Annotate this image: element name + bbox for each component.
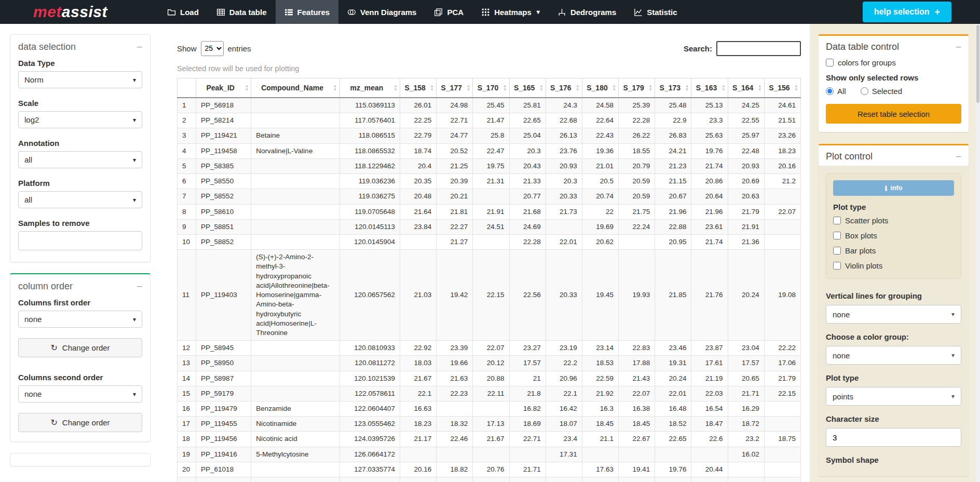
- table-row[interactable]: 10PP_58852120.014590421.2722.2822.0120.6…: [178, 234, 801, 249]
- box-plots-checkbox[interactable]: [833, 232, 841, 239]
- table-row[interactable]: 17PP_119455Nicotinamide123.055546218.231…: [178, 417, 801, 432]
- column-header-s_158[interactable]: S_158▲▼: [400, 78, 437, 98]
- info-button[interactable]: ℹ info: [833, 180, 954, 196]
- table-row[interactable]: 18PP_119456Nicotinic acid124.039572621.1…: [178, 432, 801, 447]
- table-row[interactable]: 14PP_58987120.102153921.6721.6320.882120…: [178, 371, 801, 386]
- table-row[interactable]: 6PP_58550119.03623620.3520.3921.3121.332…: [178, 174, 801, 189]
- scatter-plots-option[interactable]: Scatter plots: [833, 216, 954, 225]
- table-row[interactable]: 8PP_58610119.070564821.6421.8121.9121.68…: [178, 204, 801, 219]
- collapse-minus-icon[interactable]: −: [137, 42, 142, 52]
- value-cell: 22.24: [619, 219, 655, 234]
- columns-second-order-select[interactable]: none ▾: [18, 385, 142, 403]
- nav-tab-pca[interactable]: PCA: [425, 0, 472, 24]
- table-row[interactable]: 2PP_58214117.057640122.2522.7121.4722.65…: [178, 113, 801, 128]
- column-header-s_177[interactable]: S_177▲▼: [437, 78, 473, 98]
- platform-select[interactable]: all ▾: [18, 191, 142, 208]
- collapse-minus-icon[interactable]: −: [137, 282, 142, 291]
- scrollbar-thumb[interactable]: [976, 25, 979, 103]
- sort-icon: ▲▼: [333, 84, 337, 91]
- entries-select[interactable]: 25: [201, 41, 224, 56]
- table-row[interactable]: 12PP_58945120.081093322.9223.3922.0723.2…: [178, 341, 801, 356]
- collapse-minus-icon[interactable]: −: [956, 42, 961, 52]
- value-cell: 22.2: [546, 356, 582, 371]
- table-hint-text: Selected row will be used for plotting: [177, 64, 801, 73]
- search-input[interactable]: [716, 41, 801, 56]
- column-header-s_176[interactable]: S_176▲▼: [546, 78, 582, 98]
- value-cell: 19.42: [437, 250, 473, 341]
- nav-tab-load[interactable]: Load: [158, 0, 208, 24]
- table-row[interactable]: 7PP_58552119.03627520.4820.2120.7720.332…: [178, 189, 801, 204]
- nav-tab-features[interactable]: Features: [276, 0, 339, 24]
- value-cell: 17.88: [619, 356, 655, 371]
- nav-tab-venn-diagrams[interactable]: Venn Diagrams: [338, 0, 425, 24]
- bar-plots-checkbox[interactable]: [833, 247, 841, 255]
- table-row[interactable]: 15PP_59179122.057861122.122.2322.1121.82…: [178, 386, 801, 401]
- table-row[interactable]: 21PP_61024127.03919120.1321.3118.320.318…: [178, 477, 801, 482]
- main-nav: Load Data table Features Venn Diagrams P…: [158, 0, 686, 24]
- page-scrollbar[interactable]: [976, 24, 980, 482]
- column-header-mz_mean[interactable]: mz_mean▲▼: [339, 78, 400, 98]
- colors-for-groups-option[interactable]: colors for groups: [826, 58, 961, 67]
- platform-label: Platform: [18, 179, 142, 188]
- table-row[interactable]: 9PP_58851120.014511323.8422.2724.5124.69…: [178, 219, 801, 234]
- table-row[interactable]: 16PP_119479Benzamide122.060440716.6316.8…: [178, 401, 801, 417]
- chevron-down-icon: ▾: [537, 8, 540, 16]
- radio-option-selected[interactable]: Selected: [861, 87, 902, 96]
- scatter-plots-checkbox[interactable]: [833, 217, 841, 224]
- value-cell: 23.46: [655, 341, 691, 356]
- data-type-select[interactable]: Norm ▾: [18, 71, 142, 88]
- column-header-s_179[interactable]: S_179▲▼: [619, 78, 655, 98]
- table-header-row: Peak_ID▲▼Compound_Name▲▼mz_mean▲▼S_158▲▼…: [178, 78, 801, 98]
- table-row[interactable]: 1PP_56918115.036911326.0124.9825.4525.81…: [178, 98, 801, 113]
- value-cell: 21.31: [473, 174, 509, 189]
- column-header-index[interactable]: [178, 78, 196, 98]
- violin-plots-checkbox[interactable]: [833, 262, 841, 270]
- radio-option-all[interactable]: All: [826, 87, 846, 96]
- peak-id-cell: PP_58987: [196, 371, 251, 386]
- column-header-s_163[interactable]: S_163▲▼: [691, 78, 728, 98]
- table-row[interactable]: 19PP_1194165-Methylcytosine126.066417217…: [178, 447, 801, 462]
- reset-table-selection-button[interactable]: Reset table selection: [826, 104, 961, 124]
- column-header-s_156[interactable]: S_156▲▼: [764, 78, 800, 98]
- colors-for-groups-checkbox[interactable]: [826, 59, 834, 66]
- compound-name-cell: Nicotinic acid: [251, 432, 339, 447]
- samples-to-remove-input[interactable]: [18, 231, 142, 250]
- column-header-s_173[interactable]: S_173▲▼: [655, 78, 691, 98]
- column-header-peak_id[interactable]: Peak_ID▲▼: [196, 78, 251, 98]
- value-cell: 19.39: [728, 477, 764, 482]
- nav-tab-dedrograms[interactable]: Dedrograms: [549, 0, 625, 24]
- value-cell: 22.07: [764, 204, 800, 219]
- help-selection-button[interactable]: help selection +: [863, 2, 951, 22]
- columns-first-order-select[interactable]: none ▾: [18, 311, 142, 328]
- table-row[interactable]: 11PP_119403(S)-(+)-2-Amino-2-methyl-3-hy…: [178, 250, 801, 341]
- annotation-select[interactable]: all ▾: [18, 151, 142, 168]
- change-order-button-first[interactable]: ↻ Change order: [18, 338, 142, 357]
- nav-tab-heatmaps[interactable]: Heatmaps ▾: [472, 0, 549, 24]
- column-header-s_165[interactable]: S_165▲▼: [509, 78, 546, 98]
- collapse-minus-icon[interactable]: −: [956, 152, 961, 162]
- character-size-input[interactable]: [826, 428, 961, 447]
- table-row[interactable]: 3PP_119421Betaine118.08651522.7924.7725.…: [178, 128, 801, 143]
- vertical-lines-select[interactable]: none ▾: [826, 305, 961, 324]
- column-header-compound_name[interactable]: Compound_Name▲▼: [251, 78, 339, 98]
- nav-tab-data-table[interactable]: Data table: [208, 0, 276, 24]
- column-header-s_170[interactable]: S_170▲▼: [473, 78, 509, 98]
- column-header-s_180[interactable]: S_180▲▼: [582, 78, 618, 98]
- selected-radio[interactable]: [861, 87, 868, 95]
- color-group-select[interactable]: none ▾: [826, 346, 961, 365]
- caret-down-icon: ▾: [951, 393, 955, 400]
- nav-tab-statistic[interactable]: Statistic: [625, 0, 686, 24]
- box-plots-option[interactable]: Box plots: [833, 231, 954, 240]
- table-row[interactable]: 5PP_58385118.122946220.421.2519.7520.432…: [178, 158, 801, 173]
- value-cell: 23.27: [509, 341, 546, 356]
- scale-select[interactable]: log2 ▾: [18, 111, 142, 128]
- table-row[interactable]: 13PP_58950120.081127218.0319.6620.1217.5…: [178, 356, 801, 371]
- table-row[interactable]: 20PP_61018127.033577420.1618.8220.7621.7…: [178, 462, 801, 477]
- all-radio[interactable]: [826, 87, 834, 95]
- bar-plots-option[interactable]: Bar plots: [833, 246, 954, 255]
- change-order-button-second[interactable]: ↻ Change order: [18, 413, 142, 432]
- column-header-s_164[interactable]: S_164▲▼: [728, 78, 764, 98]
- violin-plots-option[interactable]: Violin plots: [833, 261, 954, 270]
- plot-type-select[interactable]: points ▾: [826, 387, 961, 406]
- table-row[interactable]: 4PP_119458Norvaline|L-Valine118.08655321…: [178, 143, 801, 158]
